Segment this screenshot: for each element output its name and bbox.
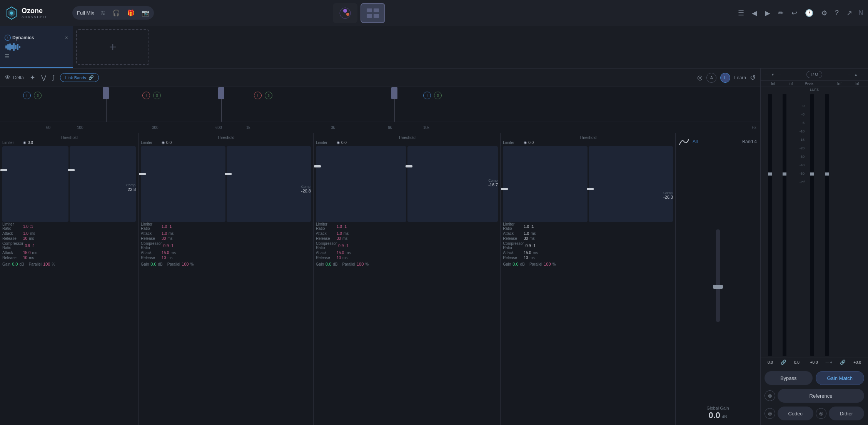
band4-fader-right[interactable] [589, 146, 673, 222]
band-divider-1[interactable] [106, 87, 107, 122]
band1-comp-attack-unit: ms [32, 251, 51, 255]
module-bar: I Dynamics × ☰ + [0, 26, 868, 69]
band1-comp-ratio-unit: :1 [32, 244, 35, 248]
dynamics-module-item[interactable]: I Dynamics × ☰ [0, 26, 73, 68]
band1-threshold-header: Threshold [2, 135, 136, 141]
help-icon[interactable]: ? [833, 7, 840, 18]
dither-icon-circle[interactable]: ◎ [765, 408, 775, 419]
band-handle-2[interactable] [218, 87, 224, 99]
band4-comp-attack-row: Attack 15.0 ms [503, 251, 673, 255]
svg-rect-5 [374, 8, 379, 12]
global-gain-value-row: 0.0 dB [708, 410, 727, 420]
waveform-icon[interactable]: ≋ [99, 8, 107, 18]
gift-icon[interactable]: 🎁 [125, 8, 136, 18]
reset-btn[interactable]: ↺ [750, 74, 756, 82]
band3-faders: Comp-16.7 [316, 145, 498, 222]
band1-column: Threshold Limiter 0.0 Comp-22.8 [0, 133, 139, 425]
band2-fader-right[interactable] [227, 146, 311, 222]
learn-btn[interactable]: Learn [734, 75, 746, 80]
settings-icon[interactable]: ⚙ [820, 7, 829, 19]
band3-ratio-row: LimiterRatio 1.0 :1 [316, 222, 498, 231]
band1-gain-label: Gain [2, 262, 10, 266]
plugin-icon[interactable]: ↗ [845, 7, 854, 19]
meter-link-btn-1[interactable]: 🔗 [781, 360, 786, 365]
figure-icon[interactable]: ✦ [30, 74, 35, 81]
dynamics-close-btn[interactable]: × [65, 35, 68, 41]
grid-btn[interactable] [361, 3, 385, 23]
meter-link-btn-3[interactable]: 🔗 [840, 360, 846, 365]
band-handle-3[interactable] [391, 87, 397, 99]
band4-info-btn[interactable]: I [423, 92, 431, 99]
dither-btn[interactable]: Dither [829, 407, 865, 420]
dynamics-icon1[interactable]: ☰ [5, 53, 10, 59]
band3-solo-btn[interactable]: S [265, 92, 272, 99]
band-shape-icon [679, 136, 689, 147]
reference-circle-icon: ◎ [768, 393, 772, 398]
band-divider-3[interactable] [394, 87, 395, 122]
bypass-btn[interactable]: Bypass [765, 371, 813, 385]
global-gain-fader[interactable] [716, 229, 720, 322]
center-left-meter-slider[interactable] [783, 172, 786, 176]
band2-fader-left[interactable] [141, 146, 225, 222]
band3-limiter-knob[interactable] [337, 141, 340, 144]
band4-label: Band 4 [742, 139, 757, 144]
band2-info-btn[interactable]: I [142, 92, 150, 99]
band4-fader-left[interactable] [503, 146, 587, 222]
link-bands-label: Link Bands [65, 75, 86, 80]
next-icon[interactable]: ▶ [763, 7, 772, 19]
band4-solo-btn[interactable]: S [434, 92, 442, 99]
band1-comp-label: Comp-22.8 [126, 183, 136, 192]
band3-fader-right[interactable] [407, 146, 498, 222]
pencil-icon[interactable]: ✏ [776, 7, 785, 19]
svg-rect-6 [367, 14, 372, 18]
global-gain-fader-thumb[interactable] [713, 285, 723, 289]
prev-icon[interactable]: ◀ [750, 7, 759, 19]
io-btn[interactable]: I / O [806, 71, 822, 78]
band1-comp-release-row: Release 10 ms [2, 256, 136, 260]
meter-scale: 0 -3 -6 -10 -15 -20 -30 -40 -50 -Inf [792, 94, 805, 356]
delta-btn[interactable]: 👁 Delta [5, 74, 24, 81]
meter-link-btn-2[interactable]: — + [825, 360, 832, 365]
band4-parallel-value: 100 [544, 262, 551, 266]
list-icon[interactable]: ☰ [736, 7, 746, 19]
link-bands-btn[interactable]: Link Bands 🔗 [60, 73, 98, 82]
top-right-controls: ☰ ◀ ▶ ✏ ↩ 🕐 ⚙ ? ↗ N [736, 7, 863, 19]
band1-solo-btn[interactable]: S [34, 92, 42, 99]
dither-icon-circle-2[interactable]: ◎ [816, 408, 826, 419]
far-right-meter-slider[interactable] [825, 172, 829, 176]
right-meter-1-slider[interactable] [810, 172, 814, 176]
reference-btn[interactable]: Reference [778, 389, 864, 403]
curve-icon[interactable]: ∫ [52, 74, 54, 81]
band-handle-1[interactable] [103, 87, 109, 99]
band4-limiter-knob[interactable] [524, 141, 527, 144]
band2-limiter-knob[interactable] [162, 141, 165, 144]
ab-btn-l[interactable]: L [720, 73, 730, 83]
far-right-meter-group [820, 94, 834, 356]
band1-info-btn[interactable]: I [23, 92, 31, 99]
scale-6: -6 [792, 119, 805, 127]
left-meter-1-slider[interactable] [768, 172, 772, 176]
camera-icon[interactable]: 📷 [140, 8, 151, 18]
band1-fader-left[interactable] [2, 146, 68, 222]
dynamics-info-btn[interactable]: I [5, 35, 11, 41]
gain-match-btn[interactable]: Gain Match [816, 371, 865, 385]
band3-info-btn[interactable]: I [254, 92, 262, 99]
band4-all-btn[interactable]: All [693, 139, 698, 144]
add-icon: + [109, 40, 117, 54]
filter-icon[interactable]: ⋁ [41, 74, 46, 81]
meter-inf-3: — [848, 73, 851, 77]
sphere-btn[interactable] [333, 3, 357, 23]
mode-selector[interactable]: Full Mix ≋ 🎧 🎁 📷 [72, 6, 154, 20]
stereo-icon[interactable]: ◎ [697, 74, 703, 81]
codec-btn[interactable]: Codec [778, 407, 813, 420]
band1-limiter-knob[interactable] [23, 141, 26, 144]
ab-btn-a[interactable]: A [706, 73, 716, 83]
band3-fader-left[interactable] [316, 146, 406, 222]
undo-icon[interactable]: ↩ [790, 7, 799, 19]
headphone-icon[interactable]: 🎧 [111, 8, 122, 18]
band-divider-2[interactable] [221, 87, 222, 122]
history-icon[interactable]: 🕐 [803, 7, 815, 19]
reference-icon-circle[interactable]: ◎ [765, 390, 775, 401]
add-module-btn[interactable]: + [76, 29, 149, 65]
band2-solo-btn[interactable]: S [153, 92, 161, 99]
